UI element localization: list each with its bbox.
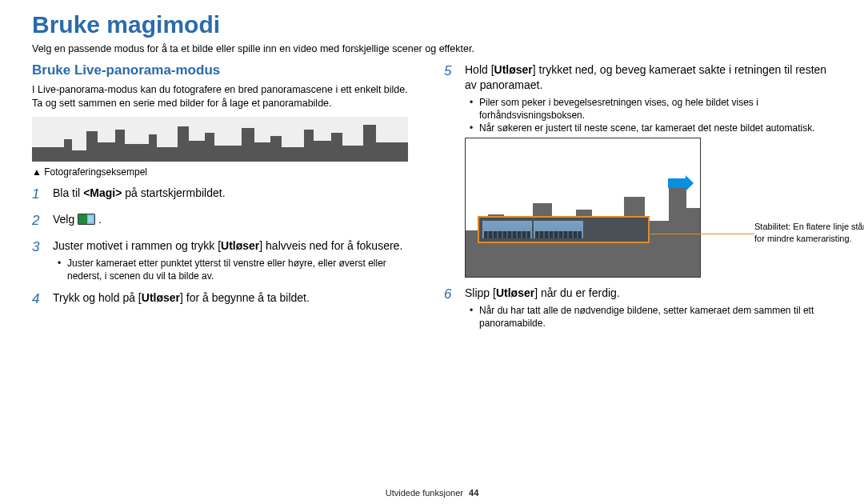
camera-preview-figure: Stabilitet: En flatere linje står for mi… — [465, 138, 832, 278]
panorama-mode-icon — [78, 214, 95, 225]
footer-section: Utvidede funksjoner — [386, 488, 463, 498]
step-body: Trykk og hold på [Utløser] for å begynne… — [53, 290, 420, 309]
step-number: 4 — [32, 290, 45, 309]
step-number: 3 — [32, 238, 45, 282]
step-body: Slipp [Utløser] når du er ferdig. Når du… — [465, 286, 832, 330]
step-3: 3 Juster motivet i rammen og trykk [Utlø… — [32, 238, 420, 282]
substep: Piler som peker i bevegelsesretningen vi… — [470, 96, 832, 122]
substep: Når du har tatt alle de nødvendige bilde… — [470, 304, 832, 330]
step-6: 6 Slipp [Utløser] når du er ferdig. Når … — [444, 286, 832, 330]
page-title: Bruke magimodi — [32, 11, 832, 38]
page-number: 44 — [469, 488, 478, 498]
thumbnail — [482, 221, 532, 238]
substep: Juster kameraet etter punktet ytterst ti… — [58, 257, 420, 282]
caption-triangle-icon: ▲ — [32, 166, 42, 178]
example-caption: ▲ Fotograferingseksempel — [32, 166, 420, 178]
panorama-example-image — [32, 117, 408, 162]
stability-callout: Stabilitet: En flatere linje står for mi… — [754, 221, 864, 244]
step-number: 2 — [32, 212, 45, 230]
page-footer: Utvidede funksjoner 44 — [0, 488, 864, 498]
step-body: Velg . — [53, 212, 420, 230]
step-sublist: Piler som peker i bevegelsesretningen vi… — [470, 96, 832, 135]
step-2: 2 Velg . — [32, 212, 420, 230]
step-body: Hold [Utløser] trykket ned, og beveg kam… — [465, 62, 832, 278]
step-sublist: Når du har tatt alle de nødvendige bilde… — [470, 304, 832, 330]
intro-text: Velg en passende modus for å ta et bilde… — [32, 43, 832, 54]
step-5: 5 Hold [Utløser] trykket ned, og beveg k… — [444, 62, 832, 278]
step-number: 6 — [444, 286, 457, 330]
camera-preview-box — [465, 138, 701, 278]
step-1: 1 Bla til <Magi> på startskjermbildet. — [32, 186, 420, 204]
page: Bruke magimodi Velg en passende modus fo… — [0, 0, 864, 504]
substep: Når søkeren er justert til neste scene, … — [470, 122, 832, 134]
right-column: 5 Hold [Utløser] trykket ned, og beveg k… — [444, 62, 832, 338]
callout-line — [650, 234, 754, 234]
step-4: 4 Trykk og hold på [Utløser] for å begyn… — [32, 290, 420, 309]
preview-strip — [478, 216, 650, 243]
step-sublist: Juster kameraet etter punktet ytterst ti… — [58, 257, 420, 282]
step-body: Bla til <Magi> på startskjermbildet. — [53, 186, 420, 204]
step-number: 5 — [444, 62, 457, 278]
thumbnail — [534, 221, 583, 238]
step-number: 1 — [32, 186, 45, 204]
direction-arrow-icon — [668, 178, 686, 188]
step-body: Juster motivet i rammen og trykk [Utløse… — [53, 238, 420, 282]
content-columns: Bruke Live-panorama-modus I Live-panoram… — [32, 62, 832, 338]
caption-text: Fotograferingseksempel — [44, 166, 147, 178]
subheading: Bruke Live-panorama-modus — [32, 62, 420, 78]
mode-description: I Live-panorama-modus kan du fotografere… — [32, 83, 420, 110]
left-column: Bruke Live-panorama-modus I Live-panoram… — [32, 62, 420, 338]
steps-list-left: 1 Bla til <Magi> på startskjermbildet. 2… — [32, 186, 420, 309]
steps-list-right: 5 Hold [Utløser] trykket ned, og beveg k… — [444, 62, 832, 330]
